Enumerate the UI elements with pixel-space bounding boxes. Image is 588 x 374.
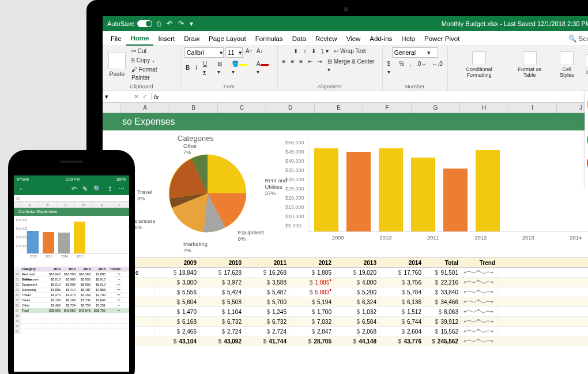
- align-middle-icon[interactable]: ↕: [302, 47, 307, 55]
- col-a[interactable]: A: [121, 103, 169, 113]
- bar-2014[interactable]: [476, 150, 500, 231]
- col-d[interactable]: D: [266, 103, 315, 113]
- table-row[interactable]: $5,604$5,508$5,700$5,194$6,324$6,136$34,…: [103, 297, 588, 307]
- number-format-combo[interactable]: ▾: [392, 47, 438, 58]
- border-button[interactable]: ⊞ ▾: [216, 60, 227, 76]
- tab-file[interactable]: File: [106, 31, 126, 46]
- bold-button[interactable]: B: [184, 64, 191, 72]
- phone-bar-chart[interactable]: $40,000$30,000$20,000$10,000 20122013201…: [14, 216, 129, 267]
- italic-button[interactable]: I: [194, 64, 198, 72]
- select-all-corner[interactable]: [103, 103, 121, 113]
- font-color-button[interactable]: A ▾: [255, 60, 274, 76]
- redo-icon[interactable]: ↷: [178, 20, 184, 28]
- autosave-toggle[interactable]: AutoSave: [107, 20, 152, 27]
- tab-addins[interactable]: Add-ins: [365, 31, 397, 46]
- bar-2013[interactable]: [443, 169, 468, 231]
- tab-view[interactable]: View: [342, 31, 365, 46]
- currency-button[interactable]: $ ▾: [386, 60, 395, 76]
- table-row[interactable]: $1,470$1,104$1,245$1,700$1,032$1,512$8,0…: [103, 307, 588, 317]
- col-total[interactable]: Total: [424, 258, 461, 267]
- tab-power-pivot[interactable]: Power Pivot: [420, 31, 464, 46]
- align-bottom-icon[interactable]: ⬇: [310, 47, 317, 55]
- insert-cells-button[interactable]: Insert: [583, 53, 588, 76]
- tab-help[interactable]: Help: [397, 31, 420, 46]
- table-row[interactable]: Utilities$18,840$17,628$16,268$1,885$19,…: [103, 268, 588, 278]
- paste-button[interactable]: Paste: [106, 51, 128, 78]
- col-2013[interactable]: 2013: [334, 258, 379, 267]
- tab-home[interactable]: Home: [126, 31, 154, 46]
- underline-button[interactable]: U ▾: [202, 60, 213, 76]
- align-center-icon[interactable]: ≡: [289, 58, 295, 74]
- confirm-icon[interactable]: ✓: [142, 93, 148, 100]
- tab-draw[interactable]: Draw: [179, 31, 204, 46]
- conditional-formatting-button[interactable]: Conditional Formatting: [451, 50, 507, 79]
- percent-button[interactable]: %: [398, 60, 405, 76]
- cut-button[interactable]: ✂ Cut: [130, 47, 177, 55]
- increase-font-icon[interactable]: A↑: [244, 47, 254, 58]
- wrap-text-button[interactable]: ↩ Wrap Text: [333, 47, 367, 55]
- back-icon[interactable]: ←: [18, 185, 25, 192]
- phone-table-row[interactable]: 26Other$2,460$2,724$2,755$3,251〜: [14, 303, 129, 308]
- phone-data-table[interactable]: Category 2012 2013 2014 2015 Trends 20Re…: [14, 267, 129, 334]
- col-c[interactable]: C: [218, 103, 266, 113]
- table-row[interactable]: $3,000$3,972$3,588$1,885•$4,000$3,756$22…: [103, 278, 588, 287]
- search-box[interactable]: 🔍 Search: [568, 35, 588, 43]
- tab-review[interactable]: Review: [311, 31, 342, 46]
- tab-formulas[interactable]: Formulas: [251, 31, 288, 46]
- phone-formula-bar[interactable]: fx: [14, 195, 129, 202]
- col-e[interactable]: E: [315, 103, 363, 113]
- cancel-icon[interactable]: ✕: [134, 93, 139, 100]
- table-row[interactable]: $2,466$2,724$2,724$2,847$2,068$2,604$15,…: [103, 327, 588, 336]
- col-g[interactable]: G: [412, 103, 460, 113]
- col-2011[interactable]: 2011: [244, 258, 289, 267]
- table-row[interactable]: $5,556$5,424$5,487$5,883•$5,200$5,784$33…: [103, 287, 588, 297]
- col-2010[interactable]: 2010: [199, 258, 244, 267]
- decrease-decimal-icon[interactable]: ←.0: [431, 60, 443, 76]
- format-as-table-button[interactable]: Format as Table: [509, 50, 550, 79]
- format-painter-button[interactable]: 🖌 Format Painter: [130, 66, 177, 82]
- share-icon[interactable]: ⇪: [107, 185, 112, 193]
- formula-input[interactable]: [161, 94, 588, 100]
- increase-decimal-icon[interactable]: .0→: [415, 60, 428, 76]
- undo-icon[interactable]: ↶: [167, 20, 172, 28]
- phone-table-row[interactable]: 25Taxes$3,150$6,168$7,732$7,847〜: [14, 298, 129, 303]
- bar-2010[interactable]: [346, 152, 371, 231]
- col-2009[interactable]: 2009: [154, 258, 199, 267]
- name-box[interactable]: ▾: [103, 93, 130, 100]
- col-2014[interactable]: 2014: [379, 258, 424, 267]
- search-icon[interactable]: 🔍: [93, 185, 101, 193]
- pie-chart[interactable]: Categories Other7% Rent andUtilities37% …: [137, 134, 287, 257]
- decrease-font-icon[interactable]: A↓: [255, 47, 265, 58]
- bar-2011[interactable]: [379, 148, 403, 231]
- table-row[interactable]: $6,168$6,732$6,732$7,032$6,504$6,744$39,…: [103, 317, 588, 327]
- table-row[interactable]: $43,104$43,092$41,744$28,705$44,148$43,7…: [103, 336, 588, 346]
- phone-table-row[interactable]: 27Total$38,956$43,080$42,548$28,705〜: [14, 308, 129, 313]
- toggle-switch-icon[interactable]: [137, 20, 152, 27]
- align-left-icon[interactable]: ≡: [281, 58, 287, 74]
- font-name-combo[interactable]: ▾: [184, 47, 224, 58]
- phone-table-row[interactable]: 20Rent and Utilities$18,640$16,508$16,36…: [14, 272, 129, 277]
- phone-table-row[interactable]: 22Equipment$5,010$3,900$5,955$6,010〜: [14, 282, 129, 287]
- col-f[interactable]: F: [363, 103, 412, 113]
- cell-styles-button[interactable]: Cell Styles: [552, 50, 581, 79]
- comma-button[interactable]: ,: [408, 60, 412, 76]
- col-i[interactable]: I: [508, 103, 557, 113]
- merge-center-button[interactable]: ⊟ Merge & Center ▾: [326, 58, 378, 74]
- tab-data[interactable]: Data: [288, 31, 311, 46]
- indent-increase-icon[interactable]: ⇥: [316, 58, 323, 74]
- col-trend[interactable]: Trend: [461, 258, 498, 267]
- more-icon[interactable]: ⋯: [118, 185, 125, 193]
- tab-page-layout[interactable]: Page Layout: [204, 31, 251, 46]
- qat-dropdown-icon[interactable]: ▾: [190, 20, 193, 28]
- align-right-icon[interactable]: ≡: [298, 58, 304, 74]
- undo-icon[interactable]: ↶: [71, 185, 77, 193]
- col-h[interactable]: H: [460, 103, 508, 113]
- fill-color-button[interactable]: 🪣 ▾: [231, 60, 252, 76]
- col-2012[interactable]: 2012: [289, 258, 334, 267]
- phone-table-row[interactable]: 24Travel$1,470$1,470$1,154$1,700〜: [14, 293, 129, 298]
- font-size-combo[interactable]: ▾: [225, 47, 243, 58]
- bar-chart[interactable]: 200920102011201220132014 $50,000$45,000$…: [308, 134, 588, 257]
- orientation-icon[interactable]: ⤵ ▾: [320, 47, 330, 55]
- col-b[interactable]: B: [169, 103, 218, 113]
- copy-button[interactable]: ⎘ Copy ▾: [130, 57, 177, 65]
